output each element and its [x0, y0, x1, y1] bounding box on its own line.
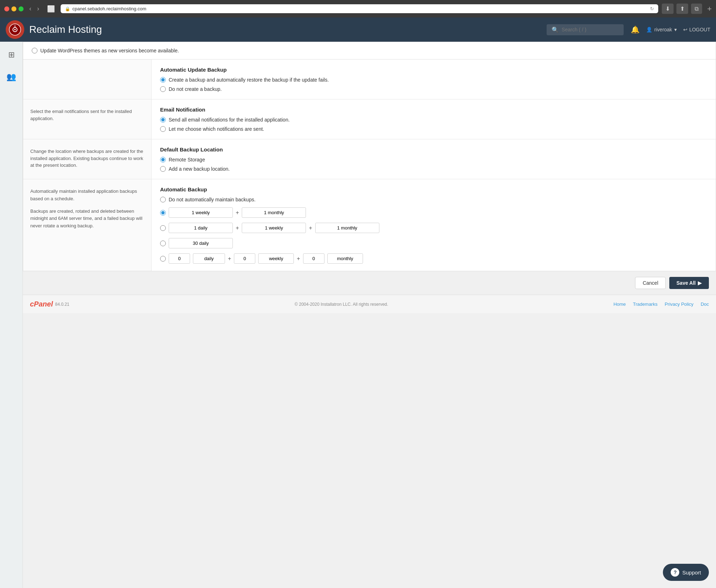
custom-daily-count[interactable]: [169, 253, 190, 264]
backup-preset-radio-1[interactable]: [160, 225, 166, 231]
search-icon: 🔍: [552, 26, 559, 33]
back-button[interactable]: ‹: [27, 5, 34, 12]
email-notification-option-1-text: Let me choose which notifications are se…: [169, 126, 264, 132]
sidebar-grid-icon[interactable]: ⊞: [5, 47, 17, 62]
backup-weekly-field-0[interactable]: [169, 207, 233, 218]
browser-nav: ‹ ›: [27, 5, 41, 12]
backup-preset-radio-0[interactable]: [160, 210, 166, 216]
backup-preset-radio-2[interactable]: [160, 241, 166, 246]
backup-plus-1a: +: [236, 225, 239, 231]
backup-location-title: Default Backup Location: [160, 146, 707, 153]
logout-button[interactable]: ↩ LOGOUT: [683, 27, 710, 32]
footer-links: Home Trademarks Privacy Policy Doc: [613, 301, 709, 307]
footer-trademarks-link[interactable]: Trademarks: [633, 301, 658, 307]
tab-layout-button[interactable]: ⬜: [45, 5, 57, 13]
copyright-text: © 2004-2020 Installatron LLC. All rights…: [295, 302, 388, 307]
close-dot[interactable]: [4, 6, 9, 11]
support-button[interactable]: ? Support: [663, 564, 709, 581]
browser-traffic-lights: [4, 6, 24, 11]
backup-plus-2b: +: [297, 256, 300, 262]
backup-monthly-field-1[interactable]: [315, 223, 379, 233]
backup-schedule-options: Do not automatically maintain backups. +: [160, 197, 707, 264]
email-notification-option-0-text: Send all email notifications for the ins…: [169, 117, 290, 123]
custom-weekly-count[interactable]: [234, 253, 255, 264]
cpanel-logo: cPanel 84.0.21: [30, 300, 70, 308]
backup-location-option-0-text: Remote Storage: [169, 157, 205, 163]
auto-update-radio-1[interactable]: [160, 86, 166, 92]
cpanel-version: 84.0.21: [55, 302, 69, 307]
update-themes-radio[interactable]: [32, 48, 37, 53]
logout-icon: ↩: [683, 27, 687, 32]
site-title: Reclaim Hosting: [29, 24, 102, 35]
user-icon: 👤: [646, 27, 652, 32]
sidebar-users-icon[interactable]: 👥: [4, 69, 19, 84]
backup-plus-1b: +: [309, 225, 312, 231]
backup-preset-row-1: + +: [160, 223, 707, 233]
auto-update-option-1-text: Do not create a backup.: [169, 86, 222, 92]
backup-plus-2a: +: [228, 256, 231, 262]
backup-weekly-field-1[interactable]: [242, 223, 306, 233]
browser-chrome: ‹ › ⬜ 🔒 cpanel.sebadoh.reclaimhosting.co…: [0, 0, 716, 17]
auto-update-radio-0[interactable]: [160, 77, 166, 83]
logout-label: LOGOUT: [689, 27, 710, 32]
footer-home-link[interactable]: Home: [613, 301, 626, 307]
lock-icon: 🔒: [65, 6, 70, 11]
search-input[interactable]: [562, 27, 619, 32]
automatic-backup-label-line1: Automatically maintain installed applica…: [30, 188, 144, 203]
backup-monthly-field-0[interactable]: [242, 207, 306, 218]
email-notification-radio-0[interactable]: [160, 117, 166, 123]
automatic-backup-content: Automatic Backup Do not automatically ma…: [152, 179, 716, 271]
automatic-backup-row: Automatically maintain installed applica…: [23, 179, 716, 271]
forward-button[interactable]: ›: [35, 5, 41, 12]
windows-button[interactable]: ⧉: [691, 4, 702, 14]
backup-location-options: Remote Storage Add a new backup location…: [160, 157, 707, 172]
no-backup-radio[interactable]: [160, 197, 166, 202]
bell-icon[interactable]: 🔔: [631, 25, 640, 34]
update-themes-option: Update WordPress themes as new versions …: [32, 48, 707, 53]
backup-daily-field-2[interactable]: [169, 238, 233, 248]
sidebar: ⊞ 👥: [0, 42, 23, 588]
share-button[interactable]: ⬆: [676, 4, 688, 14]
user-menu[interactable]: 👤 riveroak ▾: [646, 27, 677, 32]
backup-plus-0: +: [236, 210, 239, 216]
backup-location-radio-0[interactable]: [160, 157, 166, 163]
cancel-button[interactable]: Cancel: [635, 277, 666, 289]
footer-doc-link[interactable]: Doc: [701, 301, 709, 307]
backup-location-label: Change the location where backups are cr…: [23, 139, 152, 179]
svg-point-2: [14, 29, 16, 30]
email-notification-radio-1[interactable]: [160, 126, 166, 132]
auto-update-backup-content: Automatic Update Backup Create a backup …: [152, 60, 716, 99]
top-partial-section: Update WordPress themes as new versions …: [23, 42, 716, 59]
page-footer: cPanel 84.0.21 © 2004-2020 Installatron …: [23, 295, 716, 313]
footer-buttons: Cancel Save All ▶: [23, 271, 716, 295]
backup-location-content: Default Backup Location Remote Storage A…: [152, 139, 716, 179]
footer-privacy-link[interactable]: Privacy Policy: [665, 301, 694, 307]
url-bar[interactable]: 🔒 cpanel.sebadoh.reclaimhosting.com ↻: [61, 4, 658, 13]
no-backup-text: Do not automatically maintain backups.: [169, 197, 256, 202]
backup-location-radio-1[interactable]: [160, 166, 166, 172]
backup-custom-radio[interactable]: [160, 256, 166, 262]
reload-icon[interactable]: ↻: [650, 6, 654, 11]
custom-monthly-count[interactable]: [303, 253, 324, 264]
minimize-dot[interactable]: [11, 6, 16, 11]
settings-card: Automatic Update Backup Create a backup …: [23, 59, 716, 271]
search-bar[interactable]: 🔍: [547, 24, 624, 35]
backup-preset-row-0: +: [160, 207, 707, 218]
auto-update-backup-label: [23, 60, 152, 99]
new-tab-button[interactable]: +: [707, 4, 712, 14]
update-themes-text: Update WordPress themes as new versions …: [40, 48, 179, 53]
backup-location-option-0: Remote Storage: [160, 157, 707, 163]
custom-daily-label: [193, 253, 225, 264]
maximize-dot[interactable]: [19, 6, 24, 11]
backup-preset-row-2: [160, 238, 707, 248]
browser-actions: ⬇ ⬆ ⧉: [662, 4, 702, 14]
email-notification-option-0: Send all email notifications for the ins…: [160, 117, 707, 123]
save-arrow-icon: ▶: [698, 280, 702, 286]
email-notification-label: Select the email notifications sent for …: [23, 99, 152, 139]
backup-location-option-1: Add a new backup location.: [160, 166, 707, 172]
download-button[interactable]: ⬇: [662, 4, 674, 14]
automatic-backup-label: Automatically maintain installed applica…: [23, 179, 152, 271]
support-icon: ?: [671, 568, 679, 577]
backup-daily-field-1[interactable]: [169, 223, 233, 233]
save-all-button[interactable]: Save All ▶: [669, 277, 709, 289]
